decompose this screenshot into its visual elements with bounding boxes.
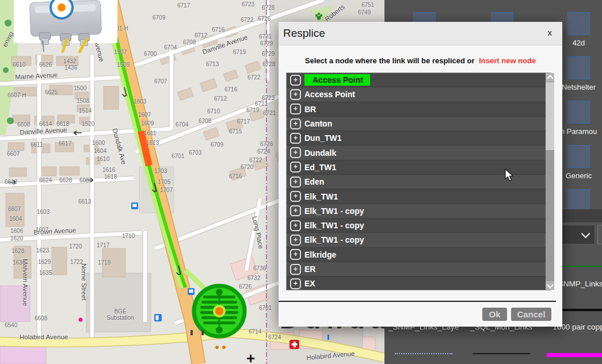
house-number: 6610 <box>13 62 25 68</box>
dialog-titlebar[interactable]: Resplice x <box>279 22 562 45</box>
expand-plus-icon[interactable]: + <box>290 89 301 100</box>
list-item[interactable]: +Canton <box>287 117 550 131</box>
house-number: 1707 <box>160 187 173 193</box>
house-number: 1500 <box>74 85 86 91</box>
link-type-item[interactable] <box>465 353 538 354</box>
house-number: 6722 <box>247 74 260 81</box>
street-label: Malvern Avenue <box>22 259 29 306</box>
link-line-swatch <box>547 353 602 357</box>
house-number: 1432 <box>63 58 76 64</box>
node-label: Canton <box>304 119 332 128</box>
street-label: Holabird Avenue <box>20 334 68 340</box>
house-number: 6608 <box>35 315 47 321</box>
ok-button[interactable]: Ok <box>482 308 507 321</box>
house-number: 6726 <box>258 16 270 22</box>
scroll-down-button[interactable] <box>546 281 554 290</box>
house-number: 1720 <box>69 243 82 250</box>
scrollbar-thumb[interactable] <box>546 82 554 150</box>
house-number: 1604 <box>94 148 106 154</box>
expand-plus-icon[interactable]: + <box>290 75 301 86</box>
expand-plus-icon[interactable]: + <box>290 162 301 173</box>
list-item[interactable]: +Elkridge <box>287 248 550 262</box>
mouse-cursor <box>505 168 515 182</box>
expand-plus-icon[interactable]: + <box>290 264 301 275</box>
house-number: 1636 <box>13 259 25 266</box>
device-tile-thumb[interactable] <box>567 189 590 212</box>
house-number: 6716 <box>212 26 224 33</box>
house-number: 6726 <box>260 141 273 147</box>
house-number: 1609 <box>141 120 154 127</box>
list-item[interactable]: +BR <box>287 102 550 117</box>
link-type-item[interactable] <box>387 353 460 354</box>
expand-plus-icon[interactable]: + <box>290 118 301 129</box>
expand-plus-icon[interactable]: + <box>290 278 301 289</box>
list-item[interactable]: +ER <box>287 262 550 277</box>
insert-new-node-link[interactable]: Insert new node <box>479 56 536 65</box>
house-number: 6736 <box>253 265 266 271</box>
node-label: Ed_TW1 <box>304 163 336 172</box>
house-number: 6708 <box>199 118 211 124</box>
device-tile-thumb[interactable] <box>567 56 590 79</box>
house-number: 1703 <box>154 168 167 174</box>
scroll-up-button[interactable] <box>546 73 554 82</box>
list-item[interactable]: +Dun_TW1 <box>287 131 550 145</box>
house-number: 6719 <box>233 49 246 55</box>
street-label: Nome Street <box>81 263 87 301</box>
instruction-text: Select a node where the link will be res… <box>305 56 475 65</box>
house-number: 1600 <box>92 140 105 146</box>
house-number: 6614 <box>39 121 52 127</box>
map-plus-mark: + <box>246 350 255 364</box>
expand-plus-icon[interactable]: + <box>290 235 301 246</box>
house-number: 6721 <box>255 101 268 107</box>
expand-plus-icon[interactable]: + <box>290 104 301 114</box>
list-item[interactable]: +Dundalk <box>287 145 550 160</box>
list-item[interactable]: +EX <box>287 277 550 290</box>
cancel-button[interactable]: Cancel <box>511 308 551 321</box>
device-tile-thumb[interactable] <box>567 12 590 35</box>
list-item[interactable]: +Elk_TW1 - copy <box>287 233 550 247</box>
list-item[interactable]: +Elk_TW1 - copy <box>287 219 550 233</box>
expand-plus-icon[interactable]: + <box>290 147 301 158</box>
house-number: 6704 <box>176 121 188 128</box>
device-tile-thumb[interactable] <box>567 101 590 124</box>
device-tile-thumb[interactable] <box>567 145 590 168</box>
list-item[interactable]: +Elk_TW1 <box>287 189 550 204</box>
house-number: 6729 <box>262 51 275 57</box>
expand-plus-icon[interactable]: + <box>290 191 301 202</box>
house-number: 6618 <box>56 121 69 127</box>
house-number: 6724 <box>257 148 270 155</box>
expand-plus-icon[interactable]: + <box>290 205 301 216</box>
house-number: 1705 <box>158 179 170 185</box>
panel-side-button[interactable] <box>597 225 602 244</box>
house-number: 6707 <box>154 78 167 85</box>
link-line-swatch <box>395 353 452 354</box>
house-number: 6716 <box>229 173 242 179</box>
house-number: 1606 <box>10 228 23 234</box>
expand-plus-icon[interactable]: + <box>290 220 301 231</box>
house-number: 6728 <box>262 5 275 11</box>
expand-plus-icon[interactable]: + <box>290 249 301 260</box>
street-label: ening <box>1 30 14 48</box>
list-item[interactable]: +Access Point <box>287 87 550 102</box>
device-photo <box>14 0 117 43</box>
house-number: 1722 <box>70 259 83 265</box>
house-number: 6612 <box>5 179 17 185</box>
expand-plus-icon[interactable]: + <box>290 133 301 144</box>
house-number: 6611 <box>31 141 43 148</box>
house-number: 6751 <box>361 2 374 8</box>
expand-plus-icon[interactable]: + <box>290 177 301 187</box>
house-number: 1607 <box>138 112 151 118</box>
close-icon[interactable]: x <box>548 28 553 37</box>
house-number: 6722 <box>241 17 253 23</box>
list-item[interactable]: +Access Point <box>287 73 550 87</box>
house-number: 6704 <box>164 44 177 51</box>
house-number: 6749 <box>358 9 371 16</box>
list-item[interactable]: +Elk_TW1 - copy <box>287 204 550 219</box>
scrollbar[interactable] <box>546 73 554 290</box>
house-number: 6712 <box>195 32 207 39</box>
link-type-item[interactable] <box>542 353 602 357</box>
house-number: 6728 <box>262 61 275 67</box>
house-number: 6617 <box>59 140 71 147</box>
house-number: 1710 <box>122 233 135 239</box>
house-number: 1719 <box>98 259 111 266</box>
